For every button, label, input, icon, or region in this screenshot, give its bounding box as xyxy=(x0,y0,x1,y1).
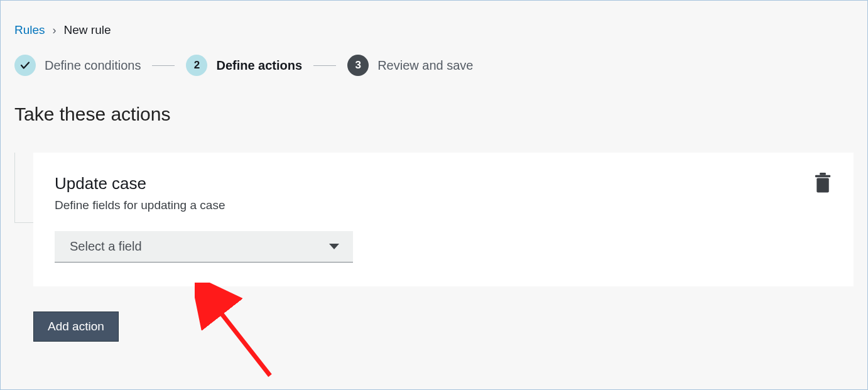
step-label: Review and save xyxy=(377,58,473,73)
step-define-conditions[interactable]: Define conditions xyxy=(14,55,141,76)
step-label: Define actions xyxy=(216,58,302,73)
step-number-icon: 3 xyxy=(347,55,369,76)
step-divider xyxy=(152,65,175,66)
svg-rect-2 xyxy=(820,173,826,175)
breadcrumb-current: New rule xyxy=(64,23,111,37)
step-define-actions[interactable]: 2 Define actions xyxy=(186,55,302,76)
chevron-right-icon: › xyxy=(53,24,57,37)
field-select-dropdown[interactable]: Select a field xyxy=(55,231,353,263)
breadcrumb-rules-link[interactable]: Rules xyxy=(14,23,45,37)
step-number-icon: 2 xyxy=(186,55,207,76)
action-card-subtitle: Define fields for updating a case xyxy=(55,198,832,212)
step-review-save[interactable]: 3 Review and save xyxy=(347,55,473,76)
step-indicator: Define conditions 2 Define actions 3 Rev… xyxy=(14,55,854,76)
svg-rect-0 xyxy=(816,178,828,193)
trash-icon xyxy=(813,173,832,194)
annotation-arrow-icon xyxy=(195,283,283,383)
svg-line-3 xyxy=(206,294,270,376)
action-card-update-case: Update case Define fields for updating a… xyxy=(33,153,854,286)
add-action-button[interactable]: Add action xyxy=(33,311,119,342)
check-icon xyxy=(14,55,36,76)
delete-action-button[interactable] xyxy=(813,173,832,197)
svg-rect-1 xyxy=(815,175,830,178)
section-title: Take these actions xyxy=(14,104,854,125)
breadcrumb: Rules › New rule xyxy=(14,23,854,37)
caret-down-icon xyxy=(329,244,339,249)
card-connector xyxy=(14,153,33,223)
step-divider xyxy=(313,65,336,66)
select-placeholder: Select a field xyxy=(70,239,142,254)
action-card-title: Update case xyxy=(55,174,832,193)
step-label: Define conditions xyxy=(45,58,141,73)
